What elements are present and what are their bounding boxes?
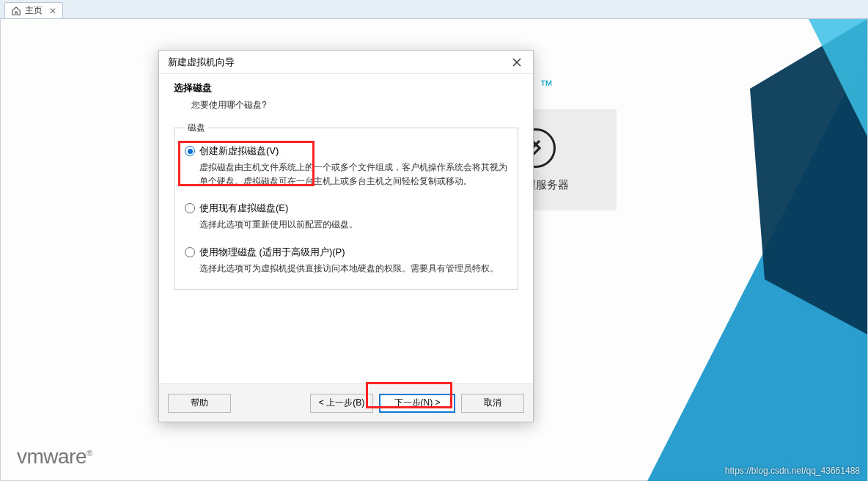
dialog-titlebar: 新建虚拟机向导 <box>159 51 533 74</box>
dialog-header: 选择磁盘 您要使用哪个磁盘? <box>159 74 533 122</box>
dialog-close-button[interactable] <box>507 54 527 71</box>
dialog-header-sub: 您要使用哪个磁盘? <box>174 99 518 111</box>
disk-legend: 磁盘 <box>185 122 208 134</box>
home-icon <box>11 6 21 16</box>
help-button[interactable]: 帮助 <box>168 394 231 413</box>
trademark-text: ™ <box>540 78 553 93</box>
decorative-bg <box>618 19 867 481</box>
option-desc: 虚拟磁盘由主机文件系统上的一个或多个文件组成，客户机操作系统会将其视为单个硬盘。… <box>185 161 507 188</box>
new-vm-wizard-dialog: 新建虚拟机向导 选择磁盘 您要使用哪个磁盘? 磁盘 创建新虚拟磁盘(V) 虚拟磁… <box>158 50 534 422</box>
next-button[interactable]: 下一步(N) > <box>379 394 455 413</box>
vmware-logo: vmware® <box>17 445 92 469</box>
dialog-footer: 帮助 < 上一步(B) 下一步(N) > 取消 <box>159 383 533 422</box>
tab-label: 主页 <box>25 4 43 17</box>
option-use-existing-disk[interactable]: 使用现有虚拟磁盘(E) 选择此选项可重新使用以前配置的磁盘。 <box>185 202 507 232</box>
radio-create-new[interactable] <box>185 146 195 156</box>
option-create-new-disk[interactable]: 创建新虚拟磁盘(V) 虚拟磁盘由主机文件系统上的一个或多个文件组成，客户机操作系… <box>185 144 507 188</box>
option-label: 创建新虚拟磁盘(V) <box>199 144 279 158</box>
disk-fieldset: 磁盘 创建新虚拟磁盘(V) 虚拟磁盘由主机文件系统上的一个或多个文件组成，客户机… <box>174 122 518 290</box>
cancel-button[interactable]: 取消 <box>461 394 524 413</box>
dialog-header-title: 选择磁盘 <box>174 81 518 95</box>
close-icon[interactable]: ✕ <box>49 6 56 16</box>
dialog-title: 新建虚拟机向导 <box>168 56 235 69</box>
option-label: 使用现有虚拟磁盘(E) <box>199 202 288 215</box>
option-desc: 选择此选项可为虚拟机提供直接访问本地硬盘的权限。需要具有管理员特权。 <box>185 262 507 276</box>
radio-use-existing[interactable] <box>185 203 195 213</box>
option-use-physical-disk[interactable]: 使用物理磁盘 (适用于高级用户)(P) 选择此选项可为虚拟机提供直接访问本地硬盘… <box>185 246 507 276</box>
content-area: ™ 接远程服务器 新建虚拟机向导 选择磁盘 您要使用哪个磁盘? 磁盘 <box>0 19 868 481</box>
back-button[interactable]: < 上一步(B) <box>310 394 373 413</box>
option-label: 使用物理磁盘 (适用于高级用户)(P) <box>199 246 345 259</box>
radio-use-physical[interactable] <box>185 247 195 257</box>
watermark: https://blog.csdn.net/qq_43661488 <box>725 466 860 476</box>
dialog-body: 磁盘 创建新虚拟磁盘(V) 虚拟磁盘由主机文件系统上的一个或多个文件组成，客户机… <box>159 122 533 383</box>
tab-home[interactable]: 主页 ✕ <box>4 2 63 18</box>
tab-bar: 主页 ✕ <box>0 0 868 19</box>
option-desc: 选择此选项可重新使用以前配置的磁盘。 <box>185 218 507 232</box>
